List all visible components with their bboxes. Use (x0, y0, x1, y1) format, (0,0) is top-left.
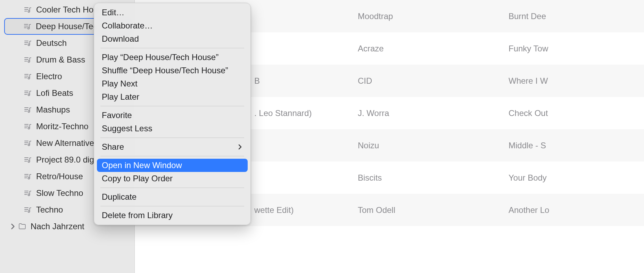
menu-item-label: Edit… (102, 8, 124, 17)
menu-separator (100, 138, 244, 138)
menu-separator (100, 156, 244, 156)
track-album: Middle - S (509, 141, 644, 150)
sidebar-item-label: Slow Techno (36, 188, 83, 198)
sidebar-folder-label: Nach Jahrzent (31, 222, 84, 231)
playlist-icon (24, 206, 32, 214)
menu-item-label: Suggest Less (102, 124, 152, 133)
menu-item-label: Play “Deep House/Tech House” (102, 52, 218, 62)
sidebar-item-label: Moritz-Techno (36, 122, 89, 131)
track-artist: Acraze (358, 44, 509, 53)
menu-separator (100, 206, 244, 206)
track-title-fragment: . Leo Stannard) (254, 108, 358, 118)
menu-item-label: Shuffle “Deep House/Tech House” (102, 66, 228, 75)
track-artist: Noizu (358, 141, 509, 150)
sidebar-item-label: Deutsch (36, 38, 67, 48)
menu-item-label: Collaborate… (102, 21, 153, 31)
menu-item[interactable]: Favorite (97, 109, 248, 122)
menu-item[interactable]: Play “Deep House/Tech House” (97, 51, 248, 64)
sidebar-item-label: Drum & Bass (36, 55, 85, 65)
playlist-icon (24, 56, 32, 64)
playlist-icon (24, 106, 32, 114)
playlist-icon (24, 139, 32, 147)
track-album: Burnt Dee (509, 11, 644, 21)
track-artist: Biscits (358, 173, 509, 183)
menu-item-label: Favorite (102, 110, 132, 120)
menu-item[interactable]: Suggest Less (97, 122, 248, 135)
track-artist: Tom Odell (358, 205, 509, 215)
menu-item-label: Play Later (102, 92, 139, 102)
sidebar-item-label: Lofi Beats (36, 88, 73, 98)
menu-item-label: Open in New Window (102, 160, 182, 170)
sidebar-item-label: Mashups (36, 105, 70, 115)
playlist-icon (24, 189, 32, 197)
track-album: Your Body (509, 173, 644, 183)
menu-item[interactable]: Play Later (97, 90, 248, 104)
sidebar-item-label: Project 89.0 dig (36, 155, 94, 165)
sidebar-item-label: Cooler Tech Hou (36, 5, 98, 15)
playlist-icon (24, 156, 32, 164)
menu-item-label: Duplicate (102, 192, 137, 202)
playlist-icon (24, 39, 32, 47)
track-album: Funky Tow (509, 44, 644, 53)
menu-item[interactable]: Shuffle “Deep House/Tech House” (97, 64, 248, 77)
folder-icon (18, 222, 26, 231)
track-album: Check Out (509, 108, 644, 118)
menu-item-label: Play Next (102, 79, 138, 89)
playlist-context-menu: Edit…Collaborate…DownloadPlay “Deep Hous… (94, 3, 251, 225)
sidebar-item-label: Electro (36, 72, 62, 81)
track-album: Where I W (509, 76, 644, 86)
playlist-icon (23, 22, 32, 31)
chevron-right-icon (237, 144, 243, 150)
menu-item[interactable]: Open in New Window (97, 159, 248, 172)
track-album: Another Lo (509, 205, 644, 215)
sidebar-item-label: New Alternative (36, 138, 94, 148)
menu-item[interactable]: Edit… (97, 6, 248, 19)
track-title-fragment: wette Edit) (254, 205, 358, 215)
playlist-icon (24, 6, 32, 14)
menu-item[interactable]: Copy to Play Order (97, 172, 248, 185)
menu-item-label: Delete from Library (102, 210, 173, 220)
sidebar-item-label: Techno (36, 205, 63, 215)
playlist-icon (24, 122, 32, 131)
menu-item[interactable]: Delete from Library (97, 209, 248, 222)
track-artist: CID (358, 76, 509, 86)
playlist-icon (24, 172, 32, 181)
sidebar-item-label: Retro/House (36, 172, 83, 181)
menu-item[interactable]: Share (97, 140, 248, 154)
sidebar-item-label: Deep House/Tec (36, 22, 97, 31)
menu-separator (100, 188, 244, 188)
chevron-right-icon (10, 223, 16, 230)
menu-item[interactable]: Play Next (97, 77, 248, 90)
menu-item-label: Share (102, 142, 124, 152)
track-artist: Moodtrap (358, 11, 509, 21)
menu-item[interactable]: Download (97, 32, 248, 46)
menu-item-label: Copy to Play Order (102, 174, 173, 183)
menu-item-label: Download (102, 34, 139, 44)
playlist-icon (24, 72, 32, 81)
track-title-fragment: B (254, 76, 358, 86)
menu-separator (100, 48, 244, 48)
menu-item[interactable]: Collaborate… (97, 19, 248, 32)
playlist-icon (24, 89, 32, 97)
menu-item[interactable]: Duplicate (97, 190, 248, 204)
menu-separator (100, 106, 244, 106)
track-artist: J. Worra (358, 108, 509, 118)
